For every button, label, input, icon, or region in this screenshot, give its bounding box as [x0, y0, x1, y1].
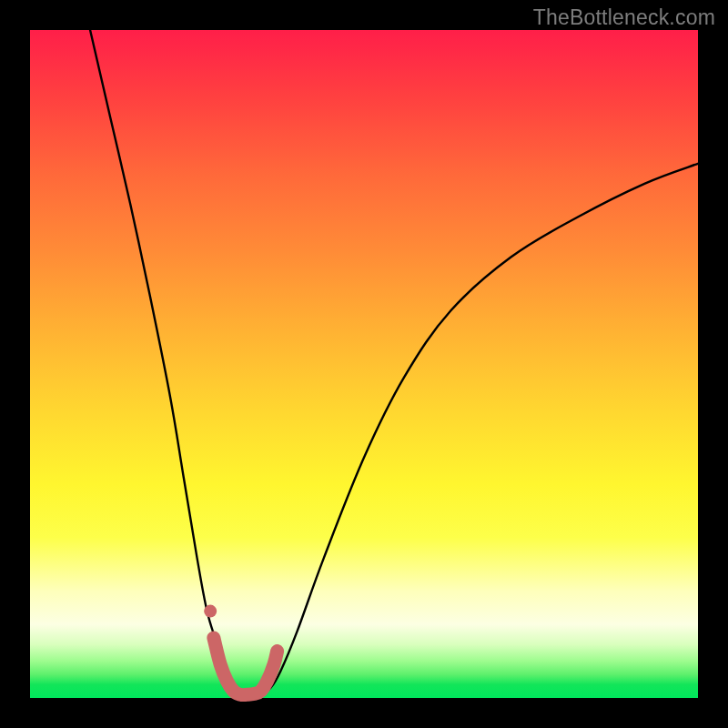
chart-svg: [30, 30, 698, 698]
highlight-segment-path: [214, 638, 278, 695]
chart-frame: TheBottleneck.com: [0, 0, 728, 728]
plot-area: [30, 30, 698, 698]
bottleneck-curve-path: [90, 30, 698, 699]
highlight-dot: [204, 605, 217, 618]
watermark-text: TheBottleneck.com: [533, 5, 715, 30]
